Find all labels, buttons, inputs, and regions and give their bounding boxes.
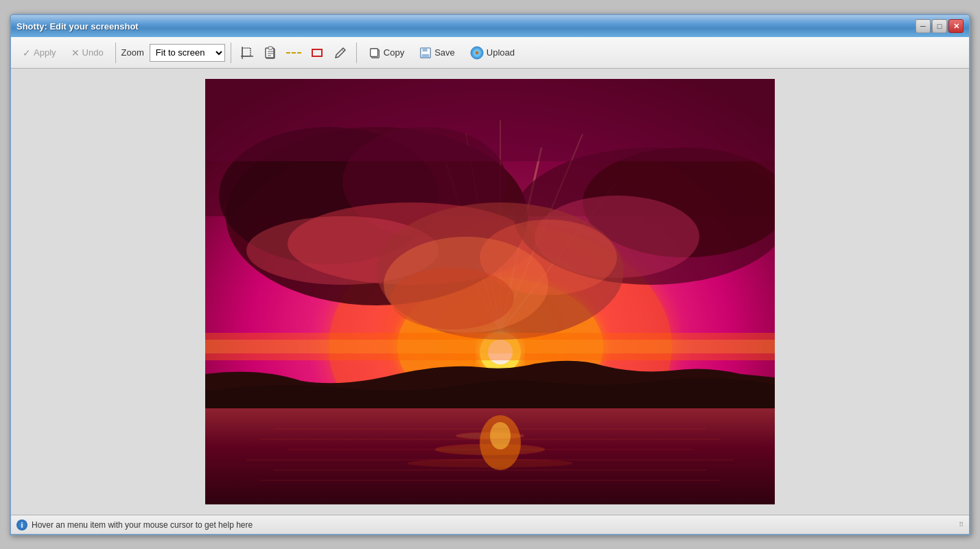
info-icon-label: i bbox=[21, 521, 23, 529]
separator-1 bbox=[115, 43, 116, 63]
crop-tool-button[interactable] bbox=[237, 43, 257, 63]
apply-button[interactable]: ✓ Apply bbox=[16, 44, 62, 62]
pen-tool-button[interactable] bbox=[330, 43, 351, 63]
screenshot-image bbox=[205, 79, 775, 504]
status-text: Hover an menu item with your mouse curso… bbox=[32, 520, 253, 530]
window-title: Shotty: Edit your screenshot bbox=[16, 21, 139, 32]
apply-icon: ✓ bbox=[23, 47, 31, 58]
undo-icon: ✕ bbox=[71, 47, 80, 58]
copy-icon bbox=[369, 47, 381, 59]
main-window: Shotty: Edit your screenshot ─ □ ✕ ✓ App… bbox=[10, 14, 970, 535]
title-bar: Shotty: Edit your screenshot ─ □ ✕ bbox=[11, 15, 969, 37]
zoom-label: Zoom bbox=[121, 47, 144, 58]
save-icon bbox=[419, 47, 432, 59]
copy-button[interactable]: Copy bbox=[362, 43, 410, 62]
svg-rect-11 bbox=[371, 48, 378, 56]
minimize-button[interactable]: ─ bbox=[915, 19, 931, 33]
toolbar: ✓ Apply ✕ Undo Zoom Fit to screen 25% 50… bbox=[11, 37, 969, 69]
line-tool-button[interactable] bbox=[283, 43, 304, 63]
upload-button[interactable]: Upload bbox=[464, 43, 521, 63]
svg-rect-5 bbox=[268, 47, 272, 49]
upload-label: Upload bbox=[487, 47, 515, 58]
save-button[interactable]: Save bbox=[413, 43, 461, 62]
apply-label: Apply bbox=[34, 47, 56, 58]
svg-line-9 bbox=[342, 49, 344, 51]
rectangle-icon bbox=[312, 49, 323, 57]
clipboard-tool-button[interactable] bbox=[260, 43, 281, 63]
svg-rect-58 bbox=[205, 79, 775, 504]
zoom-select[interactable]: Fit to screen 25% 50% 75% 100% 150% 200% bbox=[150, 44, 225, 62]
crop-icon bbox=[240, 46, 254, 60]
svg-rect-13 bbox=[423, 47, 428, 51]
maximize-button[interactable]: □ bbox=[932, 19, 947, 33]
resize-handle[interactable]: ⠿ bbox=[959, 521, 964, 528]
copy-label: Copy bbox=[384, 47, 404, 58]
svg-rect-0 bbox=[242, 48, 250, 56]
rect-tool-button[interactable] bbox=[307, 43, 327, 63]
undo-label: Undo bbox=[82, 47, 104, 58]
clipboard-icon bbox=[264, 46, 277, 60]
dashed-line-icon bbox=[286, 52, 301, 54]
window-controls: ─ □ ✕ bbox=[915, 19, 964, 33]
close-button[interactable]: ✕ bbox=[948, 19, 964, 33]
status-bar: i Hover an menu item with your mouse cur… bbox=[11, 515, 969, 534]
save-label: Save bbox=[434, 47, 455, 58]
svg-point-17 bbox=[476, 51, 478, 54]
info-icon: i bbox=[16, 519, 27, 530]
undo-button[interactable]: ✕ Undo bbox=[65, 44, 110, 62]
separator-2 bbox=[231, 43, 231, 63]
svg-rect-14 bbox=[422, 54, 430, 57]
upload-icon bbox=[470, 46, 484, 60]
separator-3 bbox=[356, 43, 357, 63]
content-area bbox=[11, 69, 969, 515]
pen-icon bbox=[334, 46, 347, 60]
